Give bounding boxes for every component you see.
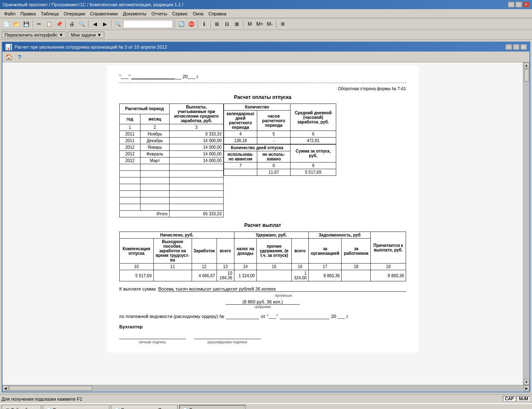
menu-table[interactable]: Таблица xyxy=(38,10,61,17)
col2-num: 2 xyxy=(140,124,170,131)
scroll-track[interactable] xyxy=(524,68,530,379)
toolbar-print-preview[interactable]: 🔍 xyxy=(77,20,86,29)
menu-windows[interactable]: Окна xyxy=(190,10,206,17)
toolbar-paste[interactable]: 📌 xyxy=(54,20,64,29)
taskbar-calc-conducted[interactable]: 📄 Расчет при увол...: Проведен xyxy=(111,405,177,409)
payment-section: К выплате сумма Восемь тысяч восемьсот ш… xyxy=(119,286,406,309)
col12-value: 4 666,67 xyxy=(192,270,217,281)
desktop-icon: 🖥 xyxy=(5,408,10,409)
date-prefix: "___" xyxy=(119,74,130,79)
doc-window: 📊 Расчет при увольнении сотрудника орган… xyxy=(2,42,530,392)
toolbar-info[interactable]: ℹ xyxy=(200,20,209,29)
scroll-thumb[interactable] xyxy=(524,69,529,81)
toolbar-new[interactable]: 📄 xyxy=(2,20,11,29)
payment-sum-line: К выплате сумма Восемь тысяч восемьсот ш… xyxy=(119,286,406,292)
table-row xyxy=(120,171,224,177)
toolbar-sep-3 xyxy=(88,20,89,28)
toolbar-grid2[interactable]: ⊟ xyxy=(222,20,232,29)
toolbar-forward[interactable]: ▶ xyxy=(100,20,109,29)
toolbar-print[interactable]: 🖨 xyxy=(67,20,76,29)
vertical-scrollbar[interactable]: ▲ ▼ xyxy=(523,62,530,385)
dashed-divider xyxy=(119,83,406,83)
toolbar-refresh[interactable]: 🔄 xyxy=(177,20,186,29)
toolbar-grid3[interactable]: ⊠ xyxy=(232,20,241,29)
close-button[interactable]: ✕ xyxy=(523,2,530,7)
doc-content[interactable]: "___" _________________ 20___ г. Оборотн… xyxy=(2,62,523,385)
period-header: Расчетный период xyxy=(120,104,170,114)
col14-value: 1 324,00 xyxy=(234,270,256,281)
payment-order-text1: по платежной ведомости (расходному ордер… xyxy=(119,314,224,319)
propisyu-label: прописью xyxy=(161,293,406,298)
my-tasks-button[interactable]: Мои задачи ▼ xyxy=(68,32,104,38)
col17-header: за организацией xyxy=(308,239,342,264)
col18-header: за работником xyxy=(342,239,371,264)
toolbar-search[interactable]: 🔍 xyxy=(113,20,122,29)
scroll-down-button[interactable]: ▼ xyxy=(524,379,530,385)
horizontal-scrollbar[interactable]: ◀ ▶ xyxy=(2,385,530,392)
doc-toolbar: 🏠 ? xyxy=(2,52,530,62)
toolbar-sep-1 xyxy=(32,20,33,28)
quantity-header: Количество xyxy=(224,104,291,111)
doc-toolbar-home[interactable]: 🏠 xyxy=(4,52,13,62)
scroll-up-button[interactable]: ▲ xyxy=(524,62,530,68)
payment-order-text2: от xyxy=(261,314,266,319)
toolbar-grid[interactable]: ⊞ xyxy=(212,20,222,29)
payments-header: Выплаты, учитываемые при исчислении сред… xyxy=(170,104,224,124)
col3-num: 3 xyxy=(170,124,224,131)
doc-close-button[interactable]: ✕ xyxy=(520,44,527,50)
toolbar-back[interactable]: ◀ xyxy=(90,20,99,29)
doc-minimize-button[interactable]: — xyxy=(505,44,512,50)
toolbar-stop[interactable]: ⛔ xyxy=(187,20,196,29)
doc-toolbar-help[interactable]: ? xyxy=(15,52,24,62)
toolbar-markers-plus[interactable]: M+ xyxy=(255,20,264,29)
hours-header: часов расчетного периода xyxy=(257,111,291,131)
menu-file[interactable]: Файл xyxy=(2,10,18,17)
vacation-days-table: Количество дней отпуска Сумма за отпуск,… xyxy=(224,144,336,176)
maximize-button[interactable]: □ xyxy=(515,2,522,7)
vacation-sum-value: 5 517,69 xyxy=(291,169,336,176)
menu-reports[interactable]: Отчеты xyxy=(149,10,170,17)
toolbar-markers-minus[interactable]: M- xyxy=(265,20,274,29)
toolbar-copy[interactable]: 📋 xyxy=(44,20,54,29)
h-scroll-thumb[interactable] xyxy=(9,386,92,391)
taskbar-desktop[interactable]: 🖥 Рабочий стол xyxy=(2,405,41,409)
col13-header: всего xyxy=(217,239,234,264)
conducted-icon: 📄 xyxy=(115,408,120,409)
taskbar-conducted-label: Расчет при увол...: Проведен xyxy=(121,408,177,409)
menu-references[interactable]: Справочники xyxy=(88,10,121,17)
toolbar-save[interactable]: 💾 xyxy=(22,20,31,29)
title-bar: Оранжевый проспект / Программист1С / Ком… xyxy=(0,0,532,9)
toolbar-sep-8 xyxy=(243,20,244,28)
taskbar-current-label: Расчет при увольнении сот... xyxy=(190,408,245,409)
minimize-button[interactable]: — xyxy=(508,2,515,7)
menu-help[interactable]: Справка xyxy=(206,10,229,17)
col16-value: 1 324,00 xyxy=(291,270,308,281)
toolbar-sep-4 xyxy=(111,20,111,28)
toolbar-open[interactable]: 📂 xyxy=(12,20,21,29)
scroll-right-button[interactable]: ▶ xyxy=(524,385,530,391)
uderzhano-header: Удержано, руб. xyxy=(234,232,308,239)
col15-header: прочие удержания, (в т.ч. за отпуск) xyxy=(256,239,291,264)
menu-edit[interactable]: Правка xyxy=(18,10,38,17)
menu-service[interactable]: Сервис xyxy=(170,10,190,17)
menu-documents[interactable]: Документы xyxy=(120,10,149,17)
search-input[interactable] xyxy=(123,20,173,28)
scroll-left-button[interactable]: ◀ xyxy=(2,385,8,391)
toolbar-markers[interactable]: M xyxy=(245,20,254,29)
taskbar-desktop-label: Рабочий стол xyxy=(11,408,37,409)
h-scroll-track[interactable] xyxy=(8,385,524,391)
toolbar-cut[interactable]: ✂ xyxy=(34,20,44,29)
table-row xyxy=(120,177,224,184)
vacation-days-row: 11,67 5 517,69 xyxy=(224,169,336,176)
switch-interface-button[interactable]: Переключить интерфейс ▼ xyxy=(2,32,66,38)
taskbar-calc-current[interactable]: 📄 Расчет при увольнении сот... xyxy=(179,405,246,409)
toolbar-settings[interactable]: ⚙ xyxy=(278,20,287,29)
menu-operations[interactable]: Операции xyxy=(61,10,87,17)
toolbar-sep-2 xyxy=(65,20,66,28)
table-row xyxy=(120,191,224,197)
taskbar-calcs[interactable]: 📄 Расчеты при увольнении со... xyxy=(43,405,109,409)
vacation-calc-title: Расчет оплаты отпуска xyxy=(119,94,406,100)
payments-values-row: 5 517,69 4 666,67 10 184,36 1 324,00 1 3… xyxy=(120,270,406,281)
table-row xyxy=(120,197,224,204)
doc-maximize-button[interactable]: □ xyxy=(513,44,520,50)
